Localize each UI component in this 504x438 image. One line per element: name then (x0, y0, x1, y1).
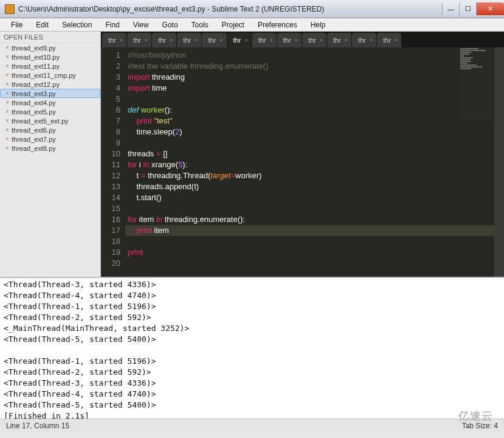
file-name-label: thread_ext11.py (12, 63, 60, 70)
close-icon[interactable]: × (120, 37, 123, 43)
code-line[interactable] (128, 236, 502, 247)
tab-label: thr (183, 36, 191, 44)
close-icon[interactable]: × (370, 37, 373, 43)
code-line[interactable]: for item in threading.enumerate(): (128, 214, 502, 225)
code-content[interactable]: #!/usr/bin/python#test the variable thre… (125, 47, 504, 277)
file-name-label: thread_ext10.py (12, 54, 60, 61)
sidebar-file-item[interactable]: ×thread_ext4.py (0, 98, 100, 107)
close-icon[interactable]: × (345, 37, 348, 43)
menu-file[interactable]: File (5, 19, 29, 30)
close-icon[interactable]: × (3, 81, 12, 88)
close-icon[interactable]: × (3, 63, 12, 69)
code-area[interactable]: 1234567891011121314151617181920 #!/usr/b… (101, 47, 504, 277)
editor-tab[interactable]: thr× (227, 33, 252, 47)
menu-project[interactable]: Project (216, 19, 250, 30)
sidebar-file-item[interactable]: ×thread_ext11_cmp.py (0, 71, 100, 80)
close-icon[interactable]: × (195, 37, 198, 43)
close-icon[interactable]: × (3, 117, 12, 124)
code-line[interactable] (128, 203, 502, 214)
menu-selection[interactable]: Selection (56, 19, 98, 30)
code-line[interactable] (128, 94, 502, 105)
tab-label: thr (108, 36, 116, 44)
close-button[interactable]: ✕ (476, 2, 504, 15)
app-icon (5, 4, 15, 14)
close-icon[interactable]: × (3, 90, 12, 97)
close-icon[interactable]: × (3, 54, 12, 60)
editor-tab[interactable]: thr× (352, 33, 376, 47)
menu-view[interactable]: View (127, 19, 155, 30)
maximize-button[interactable]: ☐ (459, 2, 476, 15)
editor-tab[interactable]: thr× (102, 33, 126, 47)
close-icon[interactable]: × (320, 37, 323, 43)
editor-tab[interactable]: thr× (177, 33, 201, 47)
minimize-button[interactable]: — (442, 2, 459, 15)
close-icon[interactable]: × (3, 72, 12, 78)
editor-tab[interactable]: thr× (302, 33, 326, 47)
code-line[interactable]: print (128, 247, 502, 258)
menu-find[interactable]: Find (99, 19, 125, 30)
code-line[interactable]: for i in xrange(5): (128, 159, 502, 170)
tab-label: thr (158, 36, 166, 44)
sidebar-file-item[interactable]: ×thread_ext12.py (0, 80, 100, 89)
menu-goto[interactable]: Goto (156, 19, 184, 30)
sidebar-file-item[interactable]: ×thread_ext7.py (0, 134, 100, 144)
editor-tab[interactable]: thr× (202, 33, 226, 47)
close-icon[interactable]: × (295, 37, 298, 43)
code-line[interactable]: t = threading.Thread(target=worker) (128, 170, 502, 181)
code-line[interactable]: t.start() (128, 192, 502, 203)
build-output-panel[interactable]: <Thread(Thread-3, started 4336)> <Thread… (0, 277, 504, 419)
tab-strip: thr×thr×thr×thr×thr×thr×thr×thr×thr×thr×… (101, 32, 504, 47)
code-line[interactable]: print item (128, 225, 502, 236)
menu-help[interactable]: Help (305, 19, 332, 30)
tab-label: thr (233, 36, 241, 44)
close-icon[interactable]: × (145, 37, 148, 43)
menu-edit[interactable]: Edit (30, 19, 55, 30)
editor-tab[interactable]: thr× (327, 33, 351, 47)
close-icon[interactable]: × (3, 136, 12, 142)
editor: thr×thr×thr×thr×thr×thr×thr×thr×thr×thr×… (101, 32, 504, 277)
tab-label: thr (358, 36, 366, 44)
code-line[interactable] (128, 258, 502, 269)
close-icon[interactable]: × (244, 37, 247, 43)
sidebar-file-item[interactable]: ×thread_ext9.py (0, 43, 100, 52)
code-line[interactable]: def worker(): (128, 105, 502, 116)
tab-label: thr (208, 36, 216, 44)
close-icon[interactable]: × (3, 44, 12, 51)
close-icon[interactable]: × (3, 127, 12, 133)
code-line[interactable]: time.sleep(2) (128, 127, 502, 137)
code-line[interactable]: #test the variable threading.enumerate() (128, 61, 502, 72)
code-line[interactable]: print "test" (128, 116, 502, 127)
close-icon[interactable]: × (3, 99, 12, 106)
editor-tab[interactable]: thr× (152, 33, 176, 47)
file-name-label: thread_ext5_ext.py (12, 117, 69, 125)
sidebar-file-item[interactable]: ×thread_ext10.py (0, 52, 100, 61)
file-name-label: thread_ext9.py (12, 44, 56, 52)
sidebar-file-item[interactable]: ×thread_ext5.py (0, 107, 100, 116)
close-icon[interactable]: × (395, 37, 398, 43)
close-icon[interactable]: × (3, 108, 12, 115)
code-line[interactable]: import threading (128, 72, 502, 83)
close-icon[interactable]: × (219, 37, 223, 43)
tab-label: thr (383, 36, 391, 44)
close-icon[interactable]: × (170, 37, 173, 43)
editor-tab[interactable]: thr× (252, 33, 277, 47)
editor-tab[interactable]: thr× (277, 33, 302, 47)
sidebar-file-item[interactable]: ×thread_ext11.py (0, 61, 100, 71)
sidebar-file-item[interactable]: ×thread_ext3.py (0, 89, 100, 98)
code-line[interactable] (128, 137, 502, 148)
tab-label: thr (308, 36, 316, 44)
code-line[interactable]: import time (128, 83, 502, 94)
file-name-label: thread_ext4.py (12, 99, 56, 106)
editor-tab[interactable]: thr× (377, 33, 401, 47)
close-icon[interactable]: × (270, 37, 273, 43)
editor-tab[interactable]: thr× (127, 33, 151, 47)
code-line[interactable]: threads = [] (128, 148, 502, 159)
code-line[interactable]: #!/usr/bin/python (128, 50, 502, 61)
sidebar-file-item[interactable]: ×thread_ext8.py (0, 144, 100, 153)
close-icon[interactable]: × (3, 145, 12, 151)
sidebar-file-item[interactable]: ×thread_ext5_ext.py (0, 116, 100, 125)
menu-tools[interactable]: Tools (185, 19, 215, 30)
sidebar-file-item[interactable]: ×thread_ext6.py (0, 125, 100, 134)
menu-preferences[interactable]: Preferences (252, 19, 303, 30)
code-line[interactable]: threads.append(t) (128, 181, 502, 192)
